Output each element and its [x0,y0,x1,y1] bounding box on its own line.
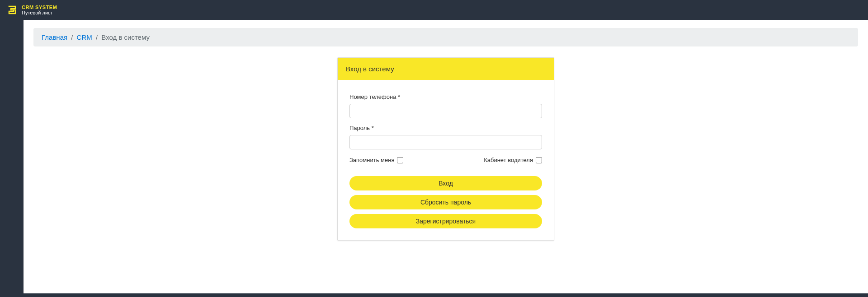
breadcrumb-home[interactable]: Главная [42,33,67,41]
breadcrumb-separator: / [96,33,99,41]
logo-title: CRM SYSTEM [22,5,57,10]
form-group-password: Пароль * [349,125,542,149]
page-body: Главная / CRM / Вход в систему Вход в си… [24,20,868,293]
remember-me-checkbox[interactable] [397,157,403,163]
reset-password-button[interactable]: Сбросить пароль [349,195,542,209]
logo-icon [7,5,18,15]
phone-label: Номер телефона * [349,93,542,100]
driver-cabinet-item[interactable]: Кабинет водителя [484,157,542,163]
password-label: Пароль * [349,125,542,131]
register-button[interactable]: Зарегистрироваться [349,214,542,228]
login-button[interactable]: Вход [349,176,542,190]
driver-cabinet-label: Кабинет водителя [484,157,533,163]
remember-me-label: Запомнить меня [349,157,394,163]
logo-text: CRM SYSTEM Путевой лист [22,5,57,15]
logo-subtitle: Путевой лист [22,10,57,15]
topbar: CRM SYSTEM Путевой лист [0,0,868,20]
form-group-phone: Номер телефона * [349,93,542,118]
driver-cabinet-checkbox[interactable] [536,157,542,163]
checkbox-row: Запомнить меня Кабинет водителя [349,157,542,163]
breadcrumb-crm[interactable]: CRM [77,33,92,41]
phone-input[interactable] [349,104,542,118]
password-input[interactable] [349,135,542,149]
logo[interactable]: CRM SYSTEM Путевой лист [7,5,57,15]
remember-me-item[interactable]: Запомнить меня [349,157,403,163]
login-card-title: Вход в систему [338,58,554,80]
breadcrumb-separator: / [71,33,75,41]
login-card-body: Номер телефона * Пароль * Запомнить меня… [338,80,554,240]
breadcrumb: Главная / CRM / Вход в систему [33,28,858,46]
breadcrumb-current: Вход в систему [101,33,150,41]
login-card: Вход в систему Номер телефона * Пароль *… [337,57,554,241]
